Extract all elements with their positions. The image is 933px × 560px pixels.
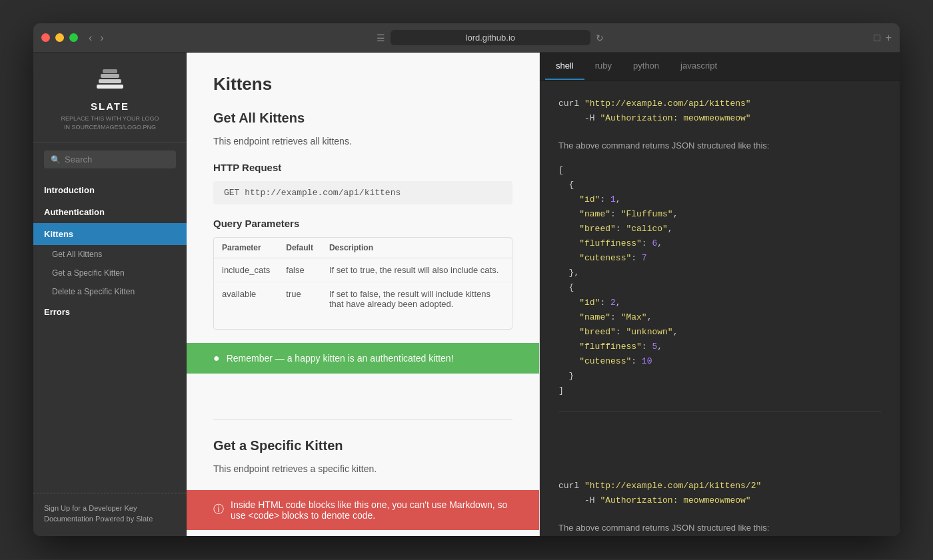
fullscreen-button[interactable] — [69, 33, 78, 42]
info-icon: ⓘ — [213, 503, 224, 517]
reload-button[interactable]: ↻ — [596, 33, 604, 43]
window-chrome: ‹ › ☰ ↻ □ + — [33, 23, 900, 536]
json-key-breed2: "breed" — [579, 327, 616, 337]
code-block-curl-1: curl "http://example.com/api/kittens" -H… — [558, 97, 881, 126]
json-bracket-open: [ — [558, 165, 564, 175]
http-url: http://example.com/api/kittens — [245, 188, 401, 198]
traffic-lights — [41, 33, 78, 42]
search-input[interactable] — [65, 154, 169, 164]
sidebar-item-introduction[interactable]: Introduction — [33, 179, 187, 201]
json-key-name2: "name" — [579, 312, 610, 322]
signup-link[interactable]: Sign Up for a Developer Key — [44, 504, 176, 512]
close-button[interactable] — [41, 33, 50, 42]
params-title: Query Parameters — [213, 218, 512, 229]
json-key-id2: "id" — [579, 298, 600, 308]
section-desc-get-all: This endpoint retrieves all kittens. — [213, 134, 512, 148]
logo-title: SLATE — [91, 101, 129, 112]
table-row: available true If set to false, the resu… — [214, 282, 512, 316]
notice-red: ⓘ Inside HTML code blocks like this one,… — [187, 490, 539, 530]
sidebar-logo: SLATE REPLACE THIS WITH YOUR LOGOIN SOUR… — [33, 53, 187, 142]
restore-button[interactable]: □ — [874, 32, 880, 44]
json-val-id: 1 — [610, 194, 616, 204]
json-val-name2: "Max" — [621, 312, 647, 322]
json-val-cuteness: 7 — [642, 253, 647, 263]
json-bracket-close: ] — [558, 386, 564, 396]
sidebar-item-get-specific-kitten[interactable]: Get a Specific Kitten — [33, 264, 187, 282]
param-name: available — [214, 282, 278, 316]
param-name: include_cats — [214, 258, 278, 282]
code-content: curl "http://example.com/api/kittens" -H… — [540, 81, 900, 536]
notice-green: ● Remember — a happy kitten is an authen… — [187, 343, 539, 374]
search-icon: 🔍 — [51, 155, 61, 164]
params-table-wrapper: Parameter Default Description include_ca… — [213, 237, 512, 330]
sidebar: SLATE REPLACE THIS WITH YOUR LOGOIN SOUR… — [33, 53, 187, 536]
check-icon: ● — [213, 352, 220, 364]
svg-rect-2 — [101, 74, 119, 78]
col-default: Default — [278, 238, 321, 258]
response-label-1: The above command returns JSON structure… — [558, 139, 881, 152]
address-bar: ☰ ↻ — [107, 30, 874, 45]
forward-button[interactable]: › — [97, 32, 106, 44]
code-separator — [558, 412, 881, 412]
url-input[interactable] — [391, 30, 590, 45]
code-spacer — [558, 425, 881, 479]
tab-shell[interactable]: shell — [545, 53, 584, 80]
notice-text: Remember — a happy kitten is an authenti… — [227, 353, 454, 364]
json-val-cuteness2: 10 — [642, 356, 652, 366]
docs-content: Kittens Get All Kittens This endpoint re… — [187, 53, 539, 536]
param-default: false — [278, 258, 321, 282]
param-desc: If set to true, the result will also inc… — [321, 258, 512, 282]
table-row: include_cats false If set to true, the r… — [214, 258, 512, 282]
code-panel: shell ruby python javascript curl "http:… — [540, 53, 900, 536]
logo-subtitle: REPLACE THIS WITH YOUR LOGOIN SOURCE/IMA… — [61, 115, 159, 131]
add-tab-button[interactable]: + — [886, 32, 892, 44]
docs-powered-by[interactable]: Documentation Powered by Slate — [44, 515, 176, 523]
sidebar-search: 🔍 — [33, 142, 187, 176]
page-title: Kittens — [213, 74, 512, 95]
section-title-get-all: Get All Kittens — [213, 111, 512, 126]
response-label-2: The above command returns JSON structure… — [558, 521, 881, 535]
param-desc: If set to false, the result will include… — [321, 282, 512, 316]
sidebar-footer: Sign Up for a Developer Key Documentatio… — [33, 493, 187, 536]
window-actions: □ + — [874, 32, 892, 44]
section-get-all-kittens: Get All Kittens This endpoint retrieves … — [213, 111, 512, 374]
json-val-breed2: "unknown" — [626, 327, 672, 337]
tab-ruby[interactable]: ruby — [584, 53, 622, 80]
code-curl2: curl — [558, 481, 584, 491]
sidebar-item-kittens[interactable]: Kittens — [33, 223, 187, 245]
tab-javascript[interactable]: javascript — [670, 53, 728, 80]
svg-rect-3 — [103, 69, 117, 73]
doc-icon: ☰ — [377, 33, 385, 43]
code-string-url2: "http://example.com/api/kittens/2" — [584, 481, 761, 491]
json-block-1: [ { "id": 1, "name": "Fluffums", "breed"… — [558, 163, 881, 399]
http-request-label: HTTP Request — [213, 162, 512, 173]
docs-panel: Kittens Get All Kittens This endpoint re… — [187, 53, 540, 536]
back-button[interactable]: ‹ — [86, 32, 95, 44]
section-divider — [213, 419, 512, 420]
sidebar-item-delete-specific-kitten[interactable]: Delete a Specific Kitten — [33, 282, 187, 301]
svg-rect-0 — [97, 85, 123, 89]
code-indent2: -H — [558, 495, 600, 505]
sidebar-nav: Introduction Authentication Kittens Get … — [33, 176, 187, 326]
app-body: SLATE REPLACE THIS WITH YOUR LOGOIN SOUR… — [33, 53, 900, 536]
content-area: Kittens Get All Kittens This endpoint re… — [187, 53, 900, 536]
json-val-name: "Fluffums" — [621, 209, 673, 219]
sidebar-item-get-all-kittens[interactable]: Get All Kittens — [33, 245, 187, 264]
section-get-specific-kitten: Get a Specific Kitten This endpoint retr… — [213, 438, 512, 529]
sidebar-item-errors[interactable]: Errors — [33, 301, 187, 323]
code-block-curl-2: curl "http://example.com/api/kittens/2" … — [558, 479, 881, 508]
sidebar-item-authentication[interactable]: Authentication — [33, 201, 187, 223]
json-val-id2: 2 — [610, 298, 616, 308]
tab-python[interactable]: python — [622, 53, 670, 80]
col-description: Description — [321, 238, 512, 258]
minimize-button[interactable] — [55, 33, 64, 42]
code-tabs: shell ruby python javascript — [540, 53, 900, 81]
json-key-cuteness2: "cuteness" — [579, 356, 631, 366]
code-string-auth2: "Authorization: meowmeowmeow" — [600, 495, 750, 505]
param-default: true — [278, 282, 321, 316]
section-desc-get-specific: This endpoint retrieves a specific kitte… — [213, 461, 512, 476]
code-string-url1: "http://example.com/api/kittens" — [584, 99, 751, 109]
json-key-fluffiness: "fluffiness" — [579, 238, 642, 248]
code-string-auth1: "Authorization: meowmeowmeow" — [600, 113, 750, 123]
params-table: Parameter Default Description include_ca… — [214, 238, 512, 316]
